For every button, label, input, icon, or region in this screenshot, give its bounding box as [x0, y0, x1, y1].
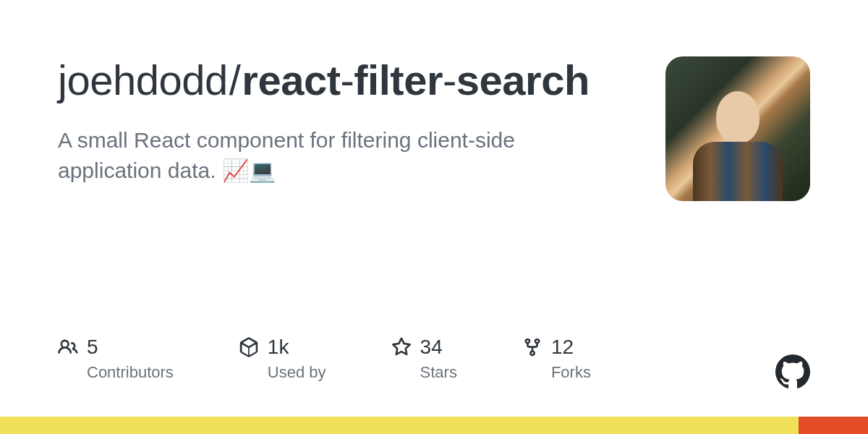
stats-row: 5 Contributors 1k Used by 34 Stars 12 Fo…: [58, 336, 591, 382]
repo-owner[interactable]: joehdodd: [58, 56, 228, 103]
repo-name-part3[interactable]: search: [456, 56, 590, 103]
repo-name-sep2: -: [443, 56, 456, 103]
stat-contributors-value: 5: [87, 336, 98, 359]
star-icon: [391, 337, 412, 357]
stat-stars[interactable]: 34 Stars: [391, 336, 457, 382]
stat-usedby[interactable]: 1k Used by: [239, 336, 326, 382]
stat-forks-label: Forks: [551, 363, 591, 382]
stat-stars-value: 34: [420, 336, 443, 359]
stat-forks-value: 12: [551, 336, 574, 359]
repo-title: joehdodd/react-filter-search: [58, 56, 637, 105]
stat-contributors[interactable]: 5 Contributors: [58, 336, 174, 382]
language-bar: [0, 417, 868, 434]
github-logo-icon[interactable]: [775, 354, 810, 389]
repo-name-sep1: -: [340, 56, 354, 103]
repo-name-part2[interactable]: filter: [354, 56, 443, 103]
stat-usedby-label: Used by: [268, 363, 326, 382]
repo-name-part1[interactable]: react: [242, 56, 340, 103]
stat-forks[interactable]: 12 Forks: [522, 336, 591, 382]
stat-contributors-label: Contributors: [87, 363, 174, 382]
stat-usedby-value: 1k: [268, 336, 289, 359]
repo-description: A small React component for filtering cl…: [58, 125, 608, 186]
avatar[interactable]: [665, 56, 810, 201]
people-icon: [58, 337, 78, 357]
stat-stars-label: Stars: [420, 363, 457, 382]
fork-icon: [522, 337, 542, 357]
package-icon: [239, 337, 259, 357]
slash: /: [229, 56, 241, 103]
